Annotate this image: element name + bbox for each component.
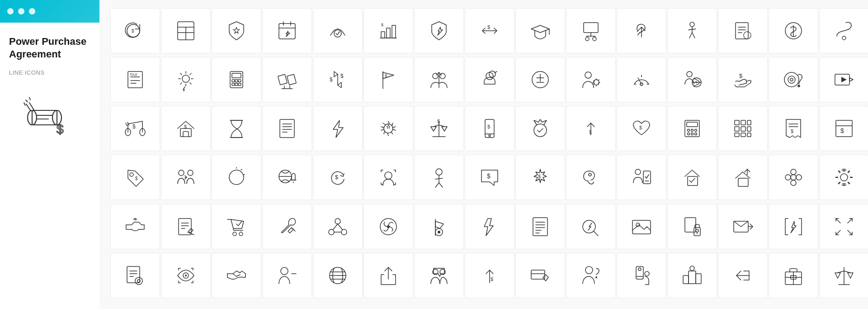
svg-rect-250 (636, 266, 643, 279)
svg-text:$: $ (335, 174, 339, 181)
svg-rect-246 (531, 270, 545, 279)
svg-point-95 (687, 71, 692, 77)
svg-point-36 (593, 37, 596, 41)
icon-handshake-dollar (110, 204, 160, 249)
svg-rect-24 (387, 28, 390, 38)
svg-point-101 (788, 76, 795, 83)
svg-point-161 (179, 170, 184, 176)
svg-point-248 (585, 266, 593, 274)
icon-arrows-in-out (819, 204, 868, 249)
svg-point-143 (695, 133, 697, 135)
icon-chart-globe (313, 253, 363, 298)
icon-dollar-refresh: $ (313, 155, 363, 200)
icon-arc-check (313, 8, 363, 53)
svg-point-22 (334, 30, 341, 37)
svg-point-238 (185, 275, 187, 276)
svg-text:$: $ (132, 124, 136, 130)
icon-person-focus (363, 155, 413, 200)
svg-point-45 (842, 36, 846, 40)
svg-point-140 (695, 129, 697, 132)
icon-target-ear (769, 57, 818, 102)
svg-point-42 (744, 32, 751, 39)
svg-point-257 (690, 266, 694, 271)
icon-chat-dollar: $ (465, 155, 514, 200)
icon-person-walk (667, 8, 717, 53)
svg-rect-25 (392, 25, 396, 38)
dot-3 (29, 8, 35, 14)
icon-briefcase-grid (769, 253, 818, 298)
icon-arrows-dollar: $ (465, 8, 514, 53)
svg-text:$: $ (695, 80, 698, 84)
svg-text:$: $ (135, 176, 138, 181)
svg-text:$: $ (589, 130, 592, 135)
svg-point-88 (585, 72, 591, 78)
icon-lightning (313, 106, 363, 151)
sidebar-subtitle: LINE ICONS (9, 69, 90, 76)
svg-rect-23 (381, 32, 385, 38)
icon-medal-check (515, 106, 565, 151)
icon-dollar-arrows-up: $ (465, 253, 514, 298)
svg-rect-64 (238, 80, 241, 82)
svg-point-141 (688, 133, 690, 135)
icon-scales-justice (819, 253, 868, 298)
icon-price-tag: $ (110, 155, 160, 200)
svg-line-166 (241, 169, 242, 170)
icon-arrow-up-dollar: $ (566, 106, 616, 151)
icon-document-lines (515, 204, 565, 249)
svg-point-164 (229, 170, 244, 185)
svg-point-159 (130, 173, 133, 176)
icon-people-chat (414, 253, 464, 298)
svg-point-249 (595, 276, 597, 278)
icon-double-lightning (465, 204, 514, 249)
svg-rect-137 (687, 122, 698, 127)
icon-flower-leaf (769, 155, 818, 200)
icon-head-search (465, 57, 514, 102)
svg-line-59 (180, 83, 182, 84)
icon-dollar-circle (769, 8, 818, 53)
svg-rect-148 (741, 127, 745, 131)
icon-people-gear (566, 57, 616, 102)
svg-text:$: $ (437, 119, 440, 124)
svg-line-56 (180, 73, 182, 75)
svg-rect-215 (533, 218, 547, 236)
icon-card-touch (515, 253, 565, 298)
svg-point-51 (182, 75, 189, 82)
icon-document-grid (161, 8, 211, 53)
sidebar-content: Power Purchase Agreement LINE ICONS (0, 23, 99, 145)
icon-image-landscape (617, 204, 666, 249)
svg-point-205 (329, 229, 334, 235)
svg-rect-156 (836, 120, 852, 137)
svg-line-176 (435, 183, 439, 187)
svg-rect-18 (279, 24, 295, 39)
dot-2 (18, 8, 24, 14)
svg-line-58 (190, 73, 191, 75)
icon-calculator-2 (667, 106, 717, 151)
svg-rect-149 (747, 127, 751, 131)
icon-gear-star (363, 106, 413, 151)
svg-point-172 (385, 172, 392, 179)
icon-sun-bolt (161, 57, 211, 102)
svg-text:$: $ (487, 24, 490, 30)
icon-arrow-up-leaf (617, 8, 666, 53)
svg-text:$: $ (340, 73, 344, 79)
svg-point-188 (791, 169, 796, 175)
svg-point-35 (585, 37, 589, 41)
svg-point-189 (791, 180, 796, 185)
svg-rect-65 (232, 83, 235, 86)
icon-bolt-shield (414, 8, 464, 53)
logo-icon: $ (20, 90, 79, 136)
icon-ear-listen (566, 155, 616, 200)
icon-document-edit (161, 204, 211, 249)
svg-text:TAX: TAX (130, 72, 137, 77)
icon-flag-dollar: $ (363, 57, 413, 102)
icon-wrench-bolt (262, 204, 312, 249)
icon-solar-panels (262, 57, 312, 102)
svg-marker-17 (233, 27, 240, 33)
icon-arrow-up-house (718, 155, 768, 200)
svg-line-57 (190, 83, 191, 84)
icon-person-remove (262, 253, 312, 298)
sidebar-logo: $ (9, 90, 90, 136)
svg-point-211 (387, 225, 390, 228)
icon-phone-dollar: $ (465, 106, 514, 151)
svg-text:$: $ (538, 174, 541, 179)
